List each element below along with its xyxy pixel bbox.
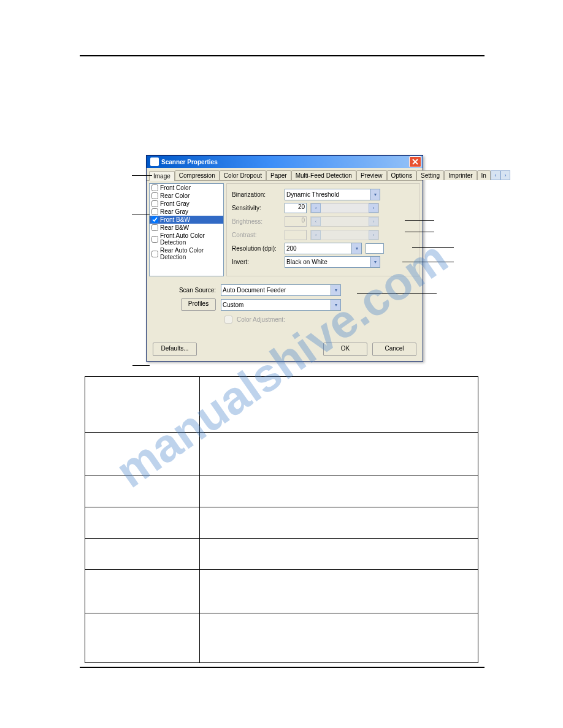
close-icon: [412, 159, 418, 165]
table-row: [85, 476, 478, 507]
table-row: [85, 539, 478, 570]
combo-value: Dynamic Threshold: [286, 191, 339, 198]
list-label: Rear B&W: [160, 224, 189, 231]
tab-scroll-right[interactable]: ›: [500, 170, 510, 180]
tab-options[interactable]: Options: [387, 170, 416, 180]
close-button[interactable]: [409, 156, 421, 167]
image-selection-list[interactable]: Front Color Rear Color Front Gray Rear G…: [149, 183, 224, 276]
table-row: [85, 377, 478, 433]
sensitivity-value[interactable]: 20: [285, 203, 307, 213]
binarization-label: Binarization:: [232, 191, 281, 198]
sensitivity-slider[interactable]: ‹›: [310, 203, 379, 213]
list-item-front-auto[interactable]: Front Auto Color Detection: [150, 232, 223, 246]
combo-value: Custom: [223, 301, 243, 308]
checkbox-front-color[interactable]: [151, 184, 158, 191]
table-row: [85, 433, 478, 476]
list-item-front-gray[interactable]: Front Gray: [150, 200, 223, 208]
brightness-label: Brightness:: [232, 218, 281, 225]
tab-image[interactable]: Image: [149, 171, 175, 181]
chevron-down-icon: ▾: [370, 257, 380, 267]
slider-right-icon: ›: [369, 203, 378, 213]
combo-value: 200: [286, 245, 297, 252]
checkbox-rear-gray[interactable]: [151, 208, 158, 215]
color-adjustment-checkbox: [224, 316, 232, 324]
list-item-rear-color[interactable]: Rear Color: [150, 192, 223, 200]
chevron-down-icon: ▾: [351, 243, 361, 254]
titlebar[interactable]: Scanner Properties: [147, 156, 423, 168]
cancel-button[interactable]: Cancel: [372, 343, 416, 356]
callout-line: [132, 365, 150, 366]
slider-left-icon: ‹: [311, 203, 321, 213]
table-row: [85, 570, 478, 613]
checkbox-front-bw[interactable]: [151, 216, 158, 223]
brightness-value: 0: [285, 216, 307, 227]
binarization-combo[interactable]: Dynamic Threshold▾: [285, 189, 380, 200]
app-icon: [150, 157, 159, 166]
contrast-value: [285, 230, 307, 240]
resolution-custom[interactable]: [366, 243, 384, 254]
description-table: [85, 376, 478, 663]
table-row: [85, 613, 478, 663]
chevron-down-icon: ▾: [331, 300, 340, 310]
window-title: Scanner Properties: [161, 159, 409, 165]
checkbox-rear-bw[interactable]: [151, 224, 158, 231]
color-adjustment-label: Color Adjustment:: [237, 316, 285, 323]
tab-imprinter[interactable]: Imprinter: [444, 170, 477, 180]
tab-preview[interactable]: Preview: [356, 170, 387, 180]
checkbox-front-auto[interactable]: [151, 236, 158, 243]
list-item-front-color[interactable]: Front Color: [150, 184, 223, 192]
checkbox-rear-color[interactable]: [151, 192, 158, 199]
invert-label: Invert:: [232, 259, 281, 265]
contrast-slider: ‹›: [310, 230, 379, 240]
tab-strip: Image Compression Color Dropout Paper Mu…: [147, 168, 423, 181]
footer-rule: [80, 667, 484, 668]
table-row: [85, 507, 478, 539]
list-label: Rear Gray: [160, 208, 188, 215]
combo-value: Black on White: [286, 259, 327, 265]
slider-left-icon: ‹: [311, 217, 321, 226]
list-item-rear-bw[interactable]: Rear B&W: [150, 224, 223, 232]
list-label: Rear Auto Color Detection: [160, 247, 221, 260]
tab-compression[interactable]: Compression: [175, 170, 220, 180]
slider-right-icon: ›: [369, 230, 378, 240]
list-label: Front Color: [160, 184, 191, 191]
profiles-combo[interactable]: Custom▾: [221, 299, 341, 311]
tab-color-dropout[interactable]: Color Dropout: [220, 170, 266, 180]
tab-scroll-left[interactable]: ‹: [491, 170, 500, 180]
sensitivity-label: Sensitivity:: [232, 205, 281, 211]
defaults-button[interactable]: Defaults...: [153, 343, 197, 356]
tab-setting[interactable]: Setting: [416, 170, 444, 180]
scanner-properties-dialog: Scanner Properties Image Compression Col…: [146, 155, 423, 362]
tab-multi-feed[interactable]: Multi-Feed Detection: [291, 170, 356, 180]
tab-overflow[interactable]: In: [477, 170, 491, 180]
chevron-down-icon: ▾: [370, 189, 380, 200]
slider-right-icon: ›: [369, 217, 378, 226]
header-rule: [80, 55, 484, 56]
list-item-rear-auto[interactable]: Rear Auto Color Detection: [150, 246, 223, 261]
checkbox-rear-auto[interactable]: [151, 251, 158, 257]
combo-value: Auto Document Feeder: [223, 287, 286, 294]
list-label: Rear Color: [160, 192, 190, 199]
resolution-label: Resolution (dpi):: [232, 245, 281, 252]
checkbox-front-gray[interactable]: [151, 200, 158, 207]
list-label: Front B&W: [160, 216, 190, 223]
tab-paper[interactable]: Paper: [266, 170, 291, 180]
contrast-label: Contrast:: [232, 232, 281, 238]
list-item-front-bw[interactable]: Front B&W: [150, 216, 223, 224]
profiles-button[interactable]: Profiles: [181, 298, 216, 311]
list-label: Front Auto Color Detection: [160, 232, 221, 246]
invert-combo[interactable]: Black on White▾: [285, 256, 380, 268]
list-label: Front Gray: [160, 200, 190, 207]
resolution-combo[interactable]: 200▾: [285, 243, 362, 254]
slider-left-icon: ‹: [311, 230, 321, 240]
list-item-rear-gray[interactable]: Rear Gray: [150, 208, 223, 216]
settings-panel: Binarization: Dynamic Threshold▾ Sensiti…: [226, 183, 420, 276]
ok-button[interactable]: OK: [323, 343, 367, 356]
brightness-slider: ‹›: [310, 216, 379, 227]
scan-source-combo[interactable]: Auto Document Feeder▾: [221, 284, 341, 296]
chevron-down-icon: ▾: [331, 285, 340, 295]
scan-source-label: Scan Source:: [151, 287, 216, 294]
